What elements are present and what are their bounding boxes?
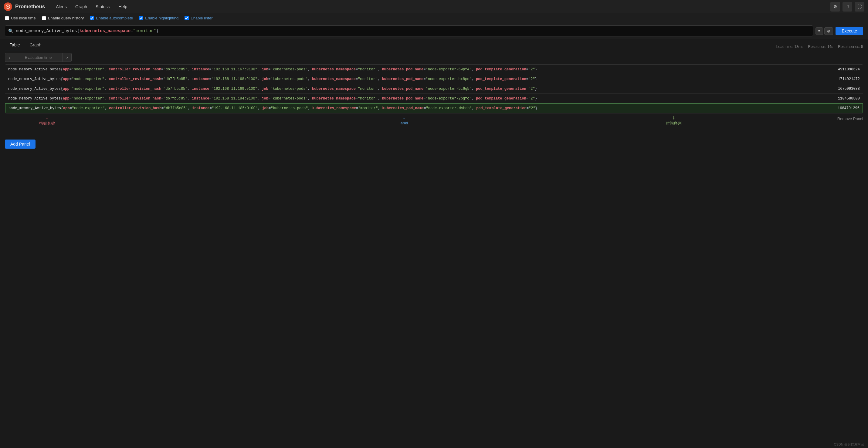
result-metric-2: node_memory_Active_bytes{app="node-expor… bbox=[8, 77, 833, 81]
resolution: Resolution: 14s bbox=[808, 44, 833, 49]
eval-next-btn[interactable]: › bbox=[63, 53, 72, 62]
nav-alerts[interactable]: Alerts bbox=[52, 3, 70, 10]
result-value-1: 4911898624 bbox=[838, 67, 860, 72]
enable-autocomplete-checkbox[interactable]: Enable autocomplete bbox=[90, 16, 133, 20]
enable-query-history-checkbox[interactable]: Enable query history bbox=[42, 16, 84, 20]
load-time: Load time: 13ms bbox=[776, 44, 803, 49]
expand-icon[interactable]: ⛶ bbox=[855, 2, 864, 11]
tabs: Table Graph bbox=[5, 40, 46, 50]
query-history-btn[interactable]: ≡ bbox=[815, 27, 824, 35]
results-panel: node_memory_Active_bytes{app="node-expor… bbox=[5, 64, 863, 114]
query-display[interactable]: node_memory_Active_bytes{kubernetes_name… bbox=[16, 29, 810, 33]
table-row: node_memory_Active_bytes{app="node-expor… bbox=[5, 94, 863, 103]
nav-links: Alerts Graph Status Help bbox=[52, 3, 131, 10]
result-series: Result series: 5 bbox=[838, 44, 863, 49]
moon-icon[interactable]: ☽ bbox=[842, 2, 852, 11]
eval-time-input[interactable] bbox=[14, 53, 63, 62]
search-icon: 🔍 bbox=[8, 29, 13, 33]
nav-graph[interactable]: Graph bbox=[72, 3, 91, 10]
remove-panel-container: Remove Panel bbox=[837, 117, 863, 121]
query-metric-name: node_memory_Active_bytes bbox=[16, 29, 77, 33]
use-local-time-label: Use local time bbox=[11, 16, 36, 20]
remove-panel-link[interactable]: Remove Panel bbox=[837, 115, 863, 123]
execute-button[interactable]: Execute bbox=[836, 27, 863, 35]
annotation-time-series: ↓ 时间序列 bbox=[666, 114, 682, 126]
table-row: node_memory_Active_bytes{app="node-expor… bbox=[5, 65, 863, 74]
enable-linter-label: Enable linter bbox=[191, 16, 212, 20]
result-value-5: 1684791296 bbox=[838, 106, 860, 110]
table-row: node_memory_Active_bytes{app="node-expor… bbox=[5, 103, 863, 113]
nav-right: ⚙ ☽ ⛶ bbox=[830, 2, 864, 11]
result-metric-5: node_memory_Active_bytes{app="node-expor… bbox=[8, 106, 833, 110]
eval-time-row: ‹ › bbox=[5, 53, 863, 62]
settings-icon[interactable]: ⚙ bbox=[830, 2, 840, 11]
enable-highlighting-label: Enable highlighting bbox=[145, 16, 179, 20]
metric-explorer-btn[interactable]: ⊕ bbox=[824, 27, 833, 35]
annotation-metric-name-label: 指标名称 bbox=[39, 121, 55, 126]
add-panel-container: Add Panel bbox=[5, 136, 863, 149]
eval-prev-btn[interactable]: ‹ bbox=[5, 53, 14, 62]
tab-graph[interactable]: Graph bbox=[25, 40, 46, 50]
nav-help[interactable]: Help bbox=[115, 3, 131, 10]
enable-query-history-input[interactable] bbox=[42, 16, 46, 20]
enable-autocomplete-label: Enable autocomplete bbox=[96, 16, 133, 20]
app-brand: Prometheus bbox=[15, 4, 45, 10]
navbar: Prometheus Alerts Graph Status Help ⚙ ☽ … bbox=[0, 0, 868, 13]
search-container: 🔍 node_memory_Active_bytes{kubernetes_na… bbox=[5, 26, 813, 36]
enable-highlighting-checkbox[interactable]: Enable highlighting bbox=[139, 16, 179, 20]
nav-status[interactable]: Status bbox=[92, 3, 114, 10]
annotation-red-arrow: ↓ bbox=[45, 114, 49, 120]
use-local-time-checkbox[interactable]: Use local time bbox=[5, 16, 36, 20]
footer: CSDN @月巴左耳朵 bbox=[830, 441, 868, 448]
result-value-3: 1675993088 bbox=[838, 87, 860, 91]
table-row: node_memory_Active_bytes{app="node-expor… bbox=[5, 74, 863, 84]
search-bar: 🔍 node_memory_Active_bytes{kubernetes_na… bbox=[0, 23, 868, 39]
annotation-time-series-label: 时间序列 bbox=[666, 121, 682, 126]
enable-linter-checkbox[interactable]: Enable linter bbox=[185, 16, 212, 20]
result-value-4: 1104588800 bbox=[838, 96, 860, 101]
svg-point-1 bbox=[7, 6, 8, 7]
annotation-green-arrow: ↓ bbox=[672, 114, 675, 120]
tab-table[interactable]: Table bbox=[5, 40, 25, 50]
result-metric-4: node_memory_Active_bytes{app="node-expor… bbox=[8, 96, 833, 101]
options-bar: Use local time Enable query history Enab… bbox=[0, 13, 868, 23]
annotation-label-text: label bbox=[400, 121, 408, 125]
enable-autocomplete-input[interactable] bbox=[90, 16, 94, 20]
enable-query-history-label: Enable query history bbox=[48, 16, 84, 20]
footer-text: CSDN @月巴左耳朵 bbox=[834, 443, 864, 446]
add-panel-button[interactable]: Add Panel bbox=[5, 139, 35, 149]
main-content: Table Graph Load time: 13ms Resolution: … bbox=[0, 39, 868, 149]
result-metric-1: node_memory_Active_bytes{app="node-expor… bbox=[8, 67, 833, 72]
annotation-metric-name: ↓ 指标名称 bbox=[39, 114, 55, 126]
annotation-label: ↓ label bbox=[400, 114, 408, 125]
annotations-section: ↓ 指标名称 ↓ label ↓ 时间序列 Remove Panel bbox=[5, 114, 863, 136]
status-line: Load time: 13ms Resolution: 14s Result s… bbox=[776, 43, 863, 50]
enable-linter-input[interactable] bbox=[185, 16, 189, 20]
use-local-time-input[interactable] bbox=[5, 16, 9, 20]
result-value-2: 1714921472 bbox=[838, 77, 860, 81]
table-row: node_memory_Active_bytes{app="node-expor… bbox=[5, 84, 863, 94]
result-metric-3: node_memory_Active_bytes{app="node-expor… bbox=[8, 87, 833, 91]
annotation-blue-arrow: ↓ bbox=[402, 114, 405, 120]
search-actions: ≡ ⊕ bbox=[815, 27, 833, 35]
enable-highlighting-input[interactable] bbox=[139, 16, 143, 20]
app-logo bbox=[4, 2, 12, 11]
